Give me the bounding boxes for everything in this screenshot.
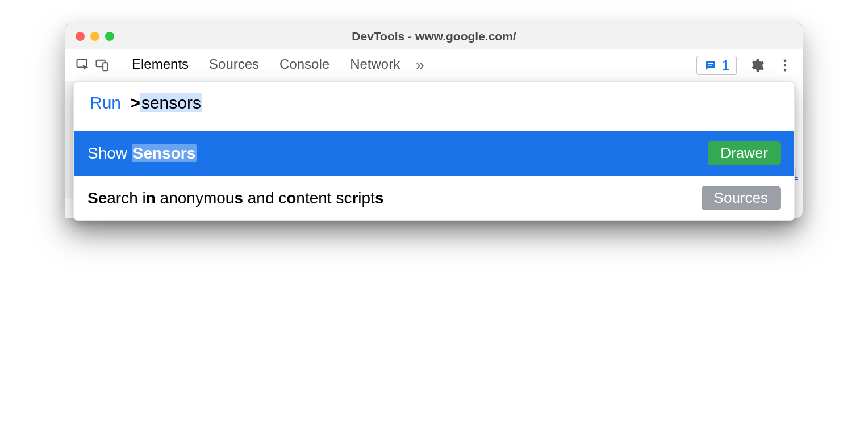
row-match: Sensors bbox=[132, 144, 197, 162]
query-text: sensors bbox=[140, 93, 202, 112]
row-frag: s bbox=[375, 189, 384, 207]
command-menu: Run >sensors Show Sensors Drawer Search … bbox=[73, 81, 795, 221]
panel-tabs: Elements Sources Console Network bbox=[132, 49, 400, 81]
row-frag: n bbox=[146, 189, 156, 207]
separator bbox=[118, 57, 118, 73]
tab-elements[interactable]: Elements bbox=[132, 49, 189, 81]
toolbar: Elements Sources Console Network » 1 bbox=[65, 49, 803, 81]
tab-sources[interactable]: Sources bbox=[209, 49, 259, 81]
svg-point-6 bbox=[784, 64, 787, 66]
row-frag: o bbox=[286, 189, 296, 207]
run-label: Run bbox=[90, 93, 121, 112]
command-row-show-sensors[interactable]: Show Sensors Drawer bbox=[74, 131, 794, 176]
row-frag: r bbox=[352, 189, 358, 207]
svg-rect-2 bbox=[103, 63, 107, 70]
row-badge: Drawer bbox=[708, 141, 781, 165]
svg-rect-3 bbox=[708, 63, 713, 64]
svg-point-7 bbox=[784, 68, 787, 71]
device-toggle-icon[interactable] bbox=[93, 56, 112, 75]
command-row-search-scripts[interactable]: Search in anonymous and content scripts … bbox=[74, 176, 794, 220]
tab-network[interactable]: Network bbox=[350, 49, 400, 81]
chat-icon bbox=[704, 59, 717, 72]
row-prefix: Show bbox=[87, 144, 132, 162]
kebab-menu-icon[interactable] bbox=[775, 56, 795, 75]
issues-chip[interactable]: 1 bbox=[696, 56, 737, 75]
inspect-icon[interactable] bbox=[73, 56, 93, 75]
titlebar: DevTools - www.google.com/ bbox=[65, 23, 803, 49]
row-frag: Se bbox=[87, 189, 107, 207]
settings-icon[interactable] bbox=[747, 56, 766, 75]
row-badge: Sources bbox=[702, 186, 781, 210]
svg-rect-4 bbox=[708, 65, 712, 66]
row-frag: anonymou bbox=[156, 189, 235, 207]
more-tabs-icon[interactable]: » bbox=[416, 56, 424, 74]
svg-point-5 bbox=[784, 59, 787, 62]
row-frag: ntent sc bbox=[296, 189, 352, 207]
issues-count: 1 bbox=[722, 57, 729, 73]
row-frag: s bbox=[234, 189, 243, 207]
tab-console[interactable]: Console bbox=[279, 49, 329, 81]
row-frag: arch i bbox=[107, 189, 145, 207]
command-input[interactable]: Run >sensors bbox=[74, 82, 794, 131]
prompt-icon: > bbox=[130, 93, 140, 112]
devtools-window: DevTools - www.google.com/ Elements Sour… bbox=[65, 23, 803, 218]
window-title: DevTools - www.google.com/ bbox=[65, 30, 803, 43]
row-frag: ipt bbox=[358, 189, 375, 207]
row-frag: and c bbox=[243, 189, 286, 207]
